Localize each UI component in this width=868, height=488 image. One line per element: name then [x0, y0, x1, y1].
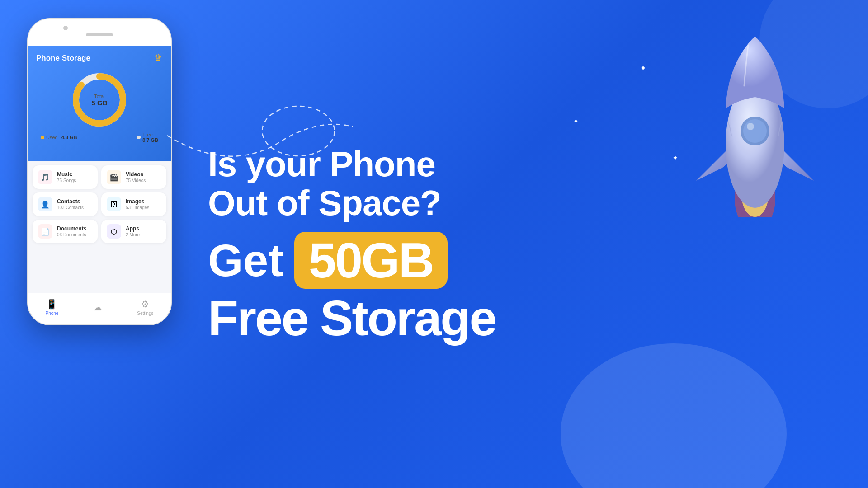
used-storage: Used 4.3 GB	[41, 132, 77, 143]
documents-name: Documents	[57, 225, 86, 232]
grid-item-music[interactable]: 🎵 Music 75 Songs	[33, 165, 98, 189]
documents-count: 06 Documents	[57, 232, 86, 237]
grid-item-contacts[interactable]: 👤 Contacts 103 Contacts	[33, 192, 98, 216]
apps-count: 2 More	[126, 232, 140, 237]
app-title: Phone Storage	[36, 54, 90, 63]
grid-item-videos[interactable]: 🎬 Videos 75 Videos	[101, 165, 166, 189]
phone-mockup: Phone Storage ♛ Total 5 GB	[27, 18, 172, 325]
phone-speaker	[86, 33, 113, 36]
bottom-nav: 📱 Phone ☁ ⚙ Settings	[28, 293, 171, 324]
images-name: Images	[126, 198, 149, 205]
storage-grid: 🎵 Music 75 Songs 🎬 Videos 75 Videos 👤 Co…	[28, 161, 171, 247]
contacts-icon: 👤	[38, 197, 52, 211]
apps-name: Apps	[126, 225, 140, 232]
used-label: Used	[46, 135, 58, 140]
free-label: Free	[142, 132, 153, 137]
rocket-svg	[660, 9, 850, 217]
nav-item-phone[interactable]: 📱 Phone	[45, 299, 58, 316]
used-value: 4.3 GB	[61, 135, 77, 140]
phone-notch	[28, 19, 171, 46]
phone-camera	[63, 26, 68, 30]
tagline-line3: Get 50GB	[208, 232, 832, 289]
nav-item-cloud[interactable]: ☁	[93, 302, 102, 313]
documents-icon: 📄	[38, 224, 52, 239]
donut-chart-container: Total 5 GB Used 4.3 GB	[36, 70, 163, 147]
music-count: 75 Songs	[57, 178, 76, 183]
settings-nav-icon: ⚙	[141, 299, 149, 310]
app-header: Phone Storage ♛ Total 5 GB	[28, 46, 171, 161]
grid-item-images[interactable]: 🖼 Images 531 Images	[101, 192, 166, 216]
contacts-count: 103 Contacts	[57, 205, 84, 210]
apps-text: Apps 2 More	[126, 225, 140, 237]
music-icon: 🎵	[38, 170, 52, 184]
crown-icon: ♛	[154, 52, 163, 64]
contacts-name: Contacts	[57, 198, 84, 205]
phone-frame: Phone Storage ♛ Total 5 GB	[27, 18, 172, 325]
phone-screen: Phone Storage ♛ Total 5 GB	[28, 46, 171, 324]
grid-item-documents[interactable]: 📄 Documents 06 Documents	[33, 220, 98, 243]
nav-item-settings[interactable]: ⚙ Settings	[137, 299, 153, 316]
phone-nav-icon: 📱	[46, 299, 57, 310]
total-label: Total	[91, 94, 107, 99]
free-storage-text: Free Storage	[208, 293, 832, 343]
documents-text: Documents 06 Documents	[57, 225, 86, 237]
svg-point-9	[747, 123, 754, 130]
phone-nav-label: Phone	[45, 311, 58, 316]
images-icon: 🖼	[107, 197, 121, 211]
videos-count: 75 Videos	[126, 178, 146, 183]
get-text: Get	[208, 238, 283, 283]
total-value: 5 GB	[91, 99, 107, 107]
cloud-nav-icon: ☁	[93, 302, 102, 313]
app-header-top: Phone Storage ♛	[36, 52, 163, 64]
free-storage: Free 0.7 GB	[137, 132, 158, 143]
svg-point-8	[743, 119, 767, 143]
donut-center: Total 5 GB	[91, 94, 107, 107]
settings-nav-label: Settings	[137, 311, 153, 316]
apps-icon: ⬡	[107, 224, 121, 239]
contacts-text: Contacts 103 Contacts	[57, 198, 84, 210]
images-text: Images 531 Images	[126, 198, 149, 210]
images-count: 531 Images	[126, 205, 149, 210]
donut-chart: Total 5 GB	[70, 70, 129, 129]
videos-text: Videos 75 Videos	[126, 171, 146, 183]
free-value: 0.7 GB	[142, 137, 158, 143]
videos-icon: 🎬	[107, 170, 121, 184]
gb-badge-text: 50GB	[309, 235, 433, 285]
videos-name: Videos	[126, 171, 146, 178]
music-text: Music 75 Songs	[57, 171, 76, 183]
storage-info: Used 4.3 GB Free 0.7 GB	[36, 129, 163, 143]
music-name: Music	[57, 171, 76, 178]
used-dot	[41, 136, 44, 139]
grid-item-apps[interactable]: ⬡ Apps 2 More	[101, 220, 166, 243]
free-dot	[137, 136, 141, 139]
gb-badge: 50GB	[294, 232, 448, 289]
rocket-image	[660, 9, 850, 217]
